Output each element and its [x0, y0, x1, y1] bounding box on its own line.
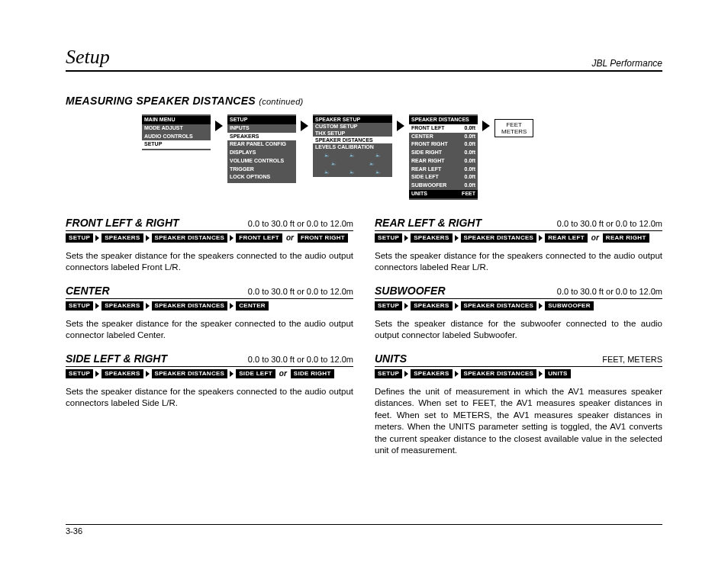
param-body: Sets the speaker distance for the speake…	[66, 250, 353, 274]
param-body: Sets the speaker distance for the speake…	[66, 386, 353, 410]
speaker-icons-row: 🔈 🔈 🔈	[313, 167, 392, 175]
page-footer: 3-36	[66, 524, 662, 536]
menu-item: TRIGGER	[227, 166, 296, 174]
menu-item: THX SETUP	[313, 130, 392, 137]
arrow-right-icon	[482, 121, 490, 131]
chevron-right-icon	[455, 303, 459, 309]
breadcrumb: SETUP SPEAKERS SPEAKER DISTANCES UNITS	[375, 369, 662, 378]
crumb: SPEAKERS	[411, 301, 452, 310]
crumb: UNITS	[545, 369, 571, 378]
param-range: FEET, METERS	[602, 355, 662, 364]
param-range: 0.0 to 30.0 ft or 0.0 to 12.0m	[557, 219, 662, 228]
crumb: SPEAKERS	[101, 369, 143, 378]
param-front: FRONT LEFT & RIGHT 0.0 to 30.0 ft or 0.0…	[66, 217, 353, 274]
menu-item: CUSTOM SETUP	[313, 123, 392, 130]
breadcrumb: SETUP SPEAKERS SPEAKER DISTANCES CENTER	[66, 301, 353, 310]
or-label: or	[279, 369, 287, 378]
chevron-right-icon	[539, 371, 543, 377]
param-head: SIDE LEFT & RIGHT 0.0 to 30.0 ft or 0.0 …	[66, 352, 353, 367]
menu-item-selected: FRONT LEFT0.0ft	[409, 124, 478, 133]
param-head: SUBWOOFER 0.0 to 30.0 ft or 0.0 to 12.0m	[375, 285, 662, 299]
speaker-icon: 🔈	[331, 160, 337, 166]
param-body: Defines the unit of measurement in which…	[375, 386, 662, 457]
chevron-right-icon	[404, 371, 408, 377]
menu-speaker-distances: SPEAKER DISTANCES FRONT LEFT0.0ft CENTER…	[409, 114, 478, 200]
param-head: UNITS FEET, METERS	[375, 352, 662, 367]
crumb: SIDE LEFT	[236, 369, 275, 378]
menu-main: MAIN MENU MODE ADJUST AUDIO CONTROLS SET…	[142, 114, 211, 150]
or-label: or	[286, 233, 294, 242]
menu-item: REAR PANEL CONFIG	[227, 140, 296, 149]
crumb: SPEAKER DISTANCES	[461, 301, 537, 310]
menu-item-selected: SPEAKER DISTANCES	[313, 137, 392, 143]
units-option: FEET	[501, 121, 527, 128]
speaker-icon: 🔈	[324, 152, 330, 157]
right-column: REAR LEFT & RIGHT 0.0 to 30.0 ft or 0.0 …	[375, 217, 662, 468]
menu-setup: SETUP INPUTS SPEAKERS REAR PANEL CONFIG …	[227, 114, 296, 183]
speaker-icon: 🔈	[324, 169, 330, 174]
menu-header: SETUP	[227, 116, 296, 124]
section-title-cont: (continued)	[259, 97, 303, 106]
columns: FRONT LEFT & RIGHT 0.0 to 30.0 ft or 0.0…	[66, 217, 662, 468]
arrow-right-icon	[397, 121, 404, 131]
breadcrumb: SETUP SPEAKERS SPEAKER DISTANCES SUBWOOF…	[375, 301, 662, 310]
crumb: SIDE RIGHT	[291, 369, 334, 378]
menu-units-row: UNITSFEET	[409, 190, 478, 198]
chevron-right-icon	[539, 303, 543, 309]
page-header: Setup JBL Performance	[66, 46, 662, 72]
param-range: 0.0 to 30.0 ft or 0.0 to 12.0m	[248, 287, 353, 296]
chevron-right-icon	[230, 371, 234, 377]
page-number: 3-36	[66, 526, 82, 536]
chevron-right-icon	[230, 303, 234, 309]
menu-item: LOCK OPTIONS	[227, 173, 296, 182]
menu-speaker-setup: SPEAKER SETUP CUSTOM SETUP THX SETUP SPE…	[313, 114, 392, 177]
param-name: UNITS	[375, 352, 407, 365]
crumb: SPEAKER DISTANCES	[461, 233, 537, 243]
chevron-right-icon	[455, 235, 459, 241]
menu-item: INPUTS	[227, 124, 296, 133]
crumb: SETUP	[375, 301, 402, 310]
chevron-right-icon	[404, 235, 408, 241]
menu-item: DISPLAYS	[227, 149, 296, 157]
param-name: SUBWOOFER	[375, 285, 446, 297]
crumb: REAR LEFT	[545, 233, 588, 243]
left-column: FRONT LEFT & RIGHT 0.0 to 30.0 ft or 0.0…	[66, 217, 353, 468]
param-body: Sets the speaker distance for the speake…	[375, 250, 662, 274]
arrow-right-icon	[215, 121, 223, 131]
speaker-icon: 🔈	[350, 152, 355, 157]
units-options-box: FEET METERS	[494, 119, 533, 137]
param-name: SIDE LEFT & RIGHT	[66, 352, 167, 365]
param-range: 0.0 to 30.0 ft or 0.0 to 12.0m	[248, 355, 353, 364]
menu-item: SUBWOOFER0.0ft	[409, 182, 478, 190]
menu-header: MAIN MENU	[142, 116, 211, 124]
section-title-main: MEASURING SPEAKER DISTANCES	[66, 95, 256, 107]
param-body: Sets the speaker distance for the speake…	[66, 318, 353, 342]
page-title: Setup	[66, 46, 110, 69]
speaker-icon: 🔈	[369, 160, 375, 166]
speaker-icon: 🔈	[350, 169, 355, 174]
chevron-right-icon	[95, 235, 99, 241]
brand: JBL Performance	[592, 58, 663, 69]
crumb: FRONT RIGHT	[298, 233, 348, 243]
chevron-right-icon	[455, 371, 459, 377]
param-units: UNITS FEET, METERS SETUP SPEAKERS SPEAKE…	[375, 352, 662, 457]
menu-header: SPEAKER SETUP	[313, 116, 392, 123]
crumb: SETUP	[375, 369, 402, 378]
menu-item: LEVELS CALIBRATION	[313, 143, 392, 150]
menu-item: REAR LEFT0.0ft	[409, 166, 478, 174]
menu-item: MODE ADJUST	[142, 124, 211, 133]
param-name: REAR LEFT & RIGHT	[375, 217, 482, 229]
crumb: SPEAKER DISTANCES	[152, 369, 228, 378]
crumb: CENTER	[236, 301, 269, 310]
param-name: FRONT LEFT & RIGHT	[66, 217, 179, 229]
crumb: SETUP	[66, 233, 93, 243]
param-range: 0.0 to 30.0 ft or 0.0 to 12.0m	[557, 287, 662, 296]
menu-item: VOLUME CONTROLS	[227, 157, 296, 166]
param-name: CENTER	[66, 285, 110, 297]
crumb: SUBWOOFER	[545, 301, 594, 310]
menu-item: FRONT RIGHT0.0ft	[409, 140, 478, 149]
speaker-icon: 🔈	[375, 169, 381, 174]
units-option: METERS	[501, 128, 527, 135]
menu-path-diagram: MAIN MENU MODE ADJUST AUDIO CONTROLS SET…	[142, 114, 662, 200]
speaker-icon: 🔈	[375, 152, 381, 157]
